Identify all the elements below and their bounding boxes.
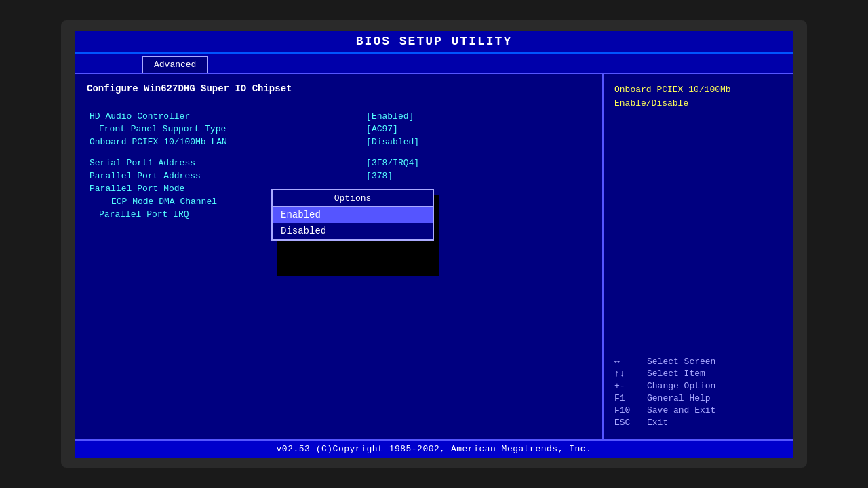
setting-value: [Disabled] [363,136,590,148]
title-text: BIOS SETUP UTILITY [356,35,512,48]
keybind-key: +- [614,381,647,391]
keybind-key: ESC [614,418,647,428]
setting-value: [Enabled] [363,110,590,123]
tab-bar: Advanced [75,54,793,74]
option-disabled[interactable]: Disabled [273,223,433,239]
monitor-bezel: BIOS SETUP UTILITY Advanced Configure Wi… [61,20,807,468]
setting-value: [AC97] [363,123,590,136]
section-title: Configure Win627DHG Super IO Chipset [87,83,590,94]
setting-label: HD Audio Controller [87,110,363,123]
main-content: Configure Win627DHG Super IO Chipset HD … [75,74,793,439]
keybindings: ↔ Select Screen ↑↓ Select Item +- Change… [614,357,783,430]
keybind-desc: Save and Exit [647,405,715,415]
keybind-row: ESC Exit [614,418,783,428]
table-row: Parallel Port Address [378] [87,169,590,182]
options-popup: Options Enabled Disabled [271,189,434,241]
keybind-desc: Select Screen [647,357,715,367]
table-row: Front Panel Support Type [AC97] [87,123,590,136]
right-panel: Onboard PCIEX 10/100Mb Enable/Disable ↔ … [604,74,793,439]
keybind-key: F10 [614,405,647,415]
options-title: Options [273,190,433,207]
help-text: Onboard PCIEX 10/100Mb Enable/Disable [614,83,783,110]
keybind-desc: General Help [647,393,711,403]
keybind-row: F10 Save and Exit [614,405,783,415]
divider [87,100,590,100]
setting-label: Onboard PCIEX 10/100Mb LAN [87,136,363,148]
option-enabled[interactable]: Enabled [273,207,433,223]
table-row: Serial Port1 Address [3F8/IRQ4] [87,157,590,169]
setting-label: Front Panel Support Type [87,123,363,136]
keybind-key: F1 [614,393,647,403]
screen: BIOS SETUP UTILITY Advanced Configure Wi… [75,30,793,458]
setting-value: [378] [363,169,590,182]
keybind-desc: Select Item [647,369,705,379]
options-popup-wrapper: Options Enabled Disabled [271,189,434,241]
bios-title: BIOS SETUP UTILITY [75,30,793,54]
table-row-gap [87,148,590,157]
keybind-key: ↑↓ [614,369,647,379]
table-row: HD Audio Controller [Enabled] [87,110,590,123]
keybind-key: ↔ [614,357,647,367]
tab-advanced[interactable]: Advanced [142,56,208,73]
keybind-desc: Change Option [647,381,715,391]
setting-label: Parallel Port Address [87,169,363,182]
table-row: Onboard PCIEX 10/100Mb LAN [Disabled] [87,136,590,148]
keybind-row: ↑↓ Select Item [614,369,783,379]
setting-label: Serial Port1 Address [87,157,363,169]
keybind-row: ↔ Select Screen [614,357,783,367]
left-panel: Configure Win627DHG Super IO Chipset HD … [75,74,604,439]
setting-value: [3F8/IRQ4] [363,157,590,169]
footer: v02.53 (C)Copyright 1985-2002, American … [75,439,793,458]
keybind-row: +- Change Option [614,381,783,391]
keybind-desc: Exit [647,418,668,428]
keybind-row: F1 General Help [614,393,783,403]
